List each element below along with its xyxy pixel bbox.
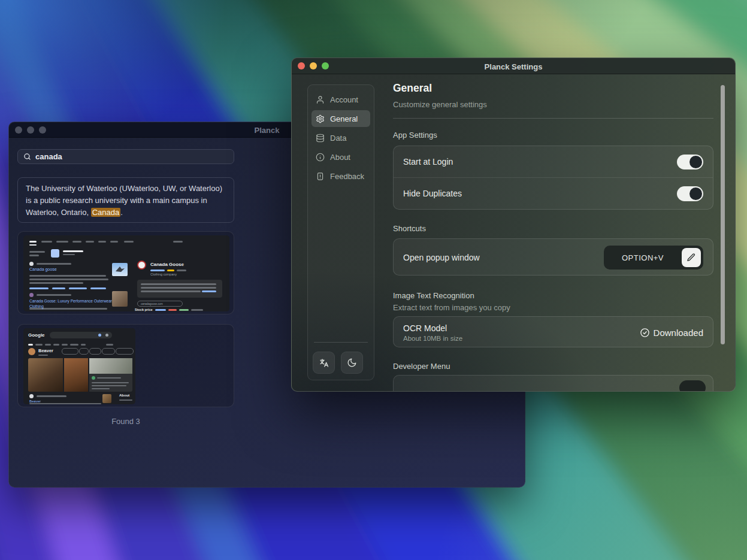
sidebar-label: General (330, 114, 358, 123)
result-count: Found 3 (17, 417, 234, 426)
search-value: canada (35, 152, 62, 161)
domain-pill: canadagoose.com (137, 301, 183, 307)
section-shortcuts: Shortcuts (393, 224, 426, 233)
language-button[interactable] (313, 352, 335, 374)
serp-search-pill (50, 332, 112, 338)
shortcuts-group: Open popup window OPTION+V (393, 238, 713, 276)
developer-toggle[interactable] (679, 380, 706, 392)
serp-link-canada-goose-clothing: Canada Goose: Luxury Performance Outerwe… (29, 298, 119, 309)
scrollbar-thumb[interactable] (721, 85, 725, 344)
database-icon (316, 134, 325, 143)
toggle-knob (689, 187, 702, 200)
sidebar-label: About (330, 153, 350, 162)
stock-price-label: Stock price (135, 308, 153, 311)
sidebar-item-account[interactable]: Account (311, 91, 370, 108)
about-label: About (119, 393, 129, 397)
google-logo: Google (28, 332, 45, 338)
section-developer-menu: Developer Menu (393, 362, 450, 371)
sidebar-item-feedback[interactable]: Feedback (311, 168, 370, 184)
section-image-text-recognition: Image Text Recognition (393, 291, 474, 300)
serp-link-canada-goose: Canada goose (29, 267, 57, 272)
beaver-photo-2 (64, 358, 88, 392)
translate-icon (319, 358, 329, 368)
panel-subtitle: Clothing company (150, 273, 177, 276)
check-circle-icon (640, 328, 650, 338)
status-text: Downloaded (654, 328, 703, 338)
person-icon (316, 95, 325, 104)
shortcut-keys: OPTION+V (604, 253, 682, 262)
jacket-photo-thumb (112, 291, 128, 307)
sidebar-label: Account (330, 95, 358, 104)
ocr-model-info: OCR Model About 10MB in size (403, 323, 462, 342)
ocr-status: Downloaded (640, 328, 703, 338)
beaver-avatar (28, 348, 35, 355)
feedback-icon (316, 172, 325, 181)
beaver-photo-1 (28, 358, 63, 392)
beaver-news-card (89, 358, 132, 392)
section-itr-subtitle: Extract text from images you copy (393, 303, 510, 312)
canada-goose-logo (137, 261, 146, 270)
beaver-thumb-small (102, 394, 111, 403)
info-icon (316, 153, 325, 162)
developer-group (393, 375, 713, 392)
panel-description-box (137, 280, 222, 298)
pencil-icon (686, 253, 696, 262)
app-settings-group: Start at Login Hide Duplicates (393, 146, 713, 210)
setting-label: Start at Login (403, 157, 453, 167)
page-title: General (393, 82, 432, 95)
search-input[interactable]: canada (17, 149, 234, 164)
settings-sidebar: Account General Data About Feedback (307, 84, 374, 380)
edit-shortcut-button[interactable] (682, 248, 701, 267)
search-icon (23, 153, 31, 161)
clipboard-image-result-1[interactable]: Canada goose Canada Goose: Luxury Perfor… (17, 231, 234, 314)
sidebar-item-data[interactable]: Data (311, 129, 370, 146)
sidebar-divider (314, 342, 368, 343)
section-app-settings: App Settings (393, 131, 437, 140)
setting-row-ocr-model: OCR Model About 10MB in size Downloaded (394, 317, 713, 348)
result-text-tail: . (120, 208, 123, 217)
setting-label: Hide Duplicates (403, 189, 462, 198)
sidebar-item-general[interactable]: General (311, 110, 370, 127)
header-divider (393, 118, 713, 119)
clipboard-image-result-2[interactable]: Google Beaver (17, 324, 234, 407)
desktop: Planck canada The University of Waterloo… (0, 0, 747, 560)
setting-row-hide-duplicates: Hide Duplicates (394, 177, 713, 209)
serp-heading: Beaver (38, 348, 53, 353)
result-text: The University of Waterloo (UWaterloo, U… (26, 184, 222, 217)
gear-icon (316, 114, 325, 123)
toggle-knob (689, 156, 702, 168)
settings-content: General Customize general settings App S… (393, 58, 713, 391)
serp-beaver-thumbnail: Google Beaver (23, 328, 135, 404)
panel-title: Canada Goose (150, 262, 184, 267)
hide-duplicates-toggle[interactable] (677, 186, 703, 201)
wikipedia-favicon (29, 394, 34, 398)
shortcut-recorder[interactable]: OPTION+V (604, 246, 703, 270)
ocr-group: OCR Model About 10MB in size Downloaded (393, 316, 713, 347)
dark-mode-button[interactable] (341, 352, 363, 374)
sidebar-label: Data (330, 134, 346, 143)
clipboard-text-result[interactable]: The University of Waterloo (UWaterloo, U… (17, 177, 234, 223)
sidebar-item-about[interactable]: About (311, 149, 370, 165)
setting-row-popup-shortcut: Open popup window OPTION+V (394, 239, 713, 276)
ocr-model-title: OCR Model (403, 323, 462, 333)
moon-icon (347, 358, 357, 368)
setting-row-start-at-login: Start at Login (394, 146, 713, 177)
sidebar-label: Feedback (330, 172, 364, 181)
setting-label: Open popup window (403, 253, 480, 262)
goose-photo-thumb (112, 263, 128, 276)
serp-canada-goose-thumbnail: Canada goose Canada Goose: Luxury Perfor… (23, 235, 229, 311)
search-match-highlight: Canada (91, 208, 121, 217)
page-subtitle: Customize general settings (393, 100, 487, 109)
ocr-model-size: About 10MB in size (403, 335, 462, 342)
start-at-login-toggle[interactable] (677, 155, 703, 169)
settings-window: Planck Settings Account General Data Abo… (291, 57, 736, 392)
